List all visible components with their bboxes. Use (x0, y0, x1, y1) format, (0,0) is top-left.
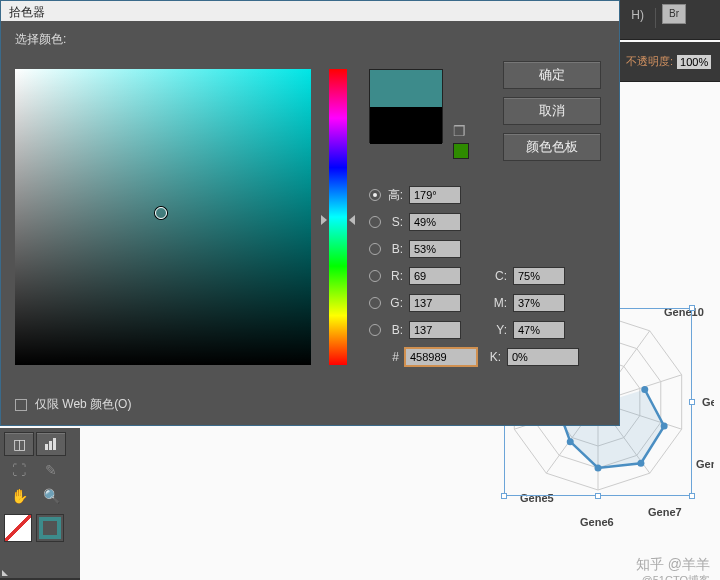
radio-hue[interactable] (369, 189, 381, 201)
svg-text:Gene8: Gene8 (696, 458, 714, 470)
color-swatch-compare (369, 69, 443, 143)
r-input[interactable] (409, 267, 461, 285)
svg-rect-1 (49, 441, 52, 450)
y-input[interactable] (513, 321, 565, 339)
b-label: B: (387, 242, 403, 256)
h-label: 高: (387, 187, 403, 204)
s-label: S: (387, 215, 403, 229)
k-label: K: (487, 350, 501, 364)
websafe-color-swatch[interactable] (453, 143, 469, 159)
host-menu-fragment: H) (631, 8, 644, 22)
color-picker-dialog: 拾色器 选择颜色: ❒ 确定 取消 颜色色板 高: (0, 0, 620, 426)
web-only-label: 仅限 Web 颜色(O) (35, 396, 131, 413)
b2-input[interactable] (409, 321, 461, 339)
hex-input[interactable] (405, 348, 477, 366)
resize-handle[interactable] (689, 399, 695, 405)
sv-marker[interactable] (155, 207, 167, 219)
opacity-label: 不透明度: (626, 54, 673, 69)
opacity-value[interactable]: 100% (677, 55, 711, 69)
toolbar-divider (655, 8, 656, 28)
hex-label: # (369, 350, 399, 364)
swatch-new-color (370, 70, 442, 107)
svg-text:Gene6: Gene6 (580, 516, 614, 528)
c-input[interactable] (513, 267, 565, 285)
s-input[interactable] (409, 213, 461, 231)
svg-rect-2 (53, 438, 56, 450)
tool-crop-icon[interactable]: ◫ (4, 432, 34, 456)
resize-handle[interactable] (689, 305, 695, 311)
radio-r[interactable] (369, 270, 381, 282)
svg-rect-0 (45, 444, 48, 450)
swatch-old-color[interactable] (370, 107, 442, 144)
b-input[interactable] (409, 240, 461, 258)
3d-cube-icon[interactable]: ❒ (453, 123, 466, 139)
svg-text:Gene7: Gene7 (648, 506, 682, 518)
g-input[interactable] (409, 294, 461, 312)
tool-hand-icon[interactable]: ✋ (4, 484, 34, 508)
tool-slice-icon[interactable]: ✎ (36, 458, 66, 482)
resize-handle[interactable] (595, 493, 601, 499)
y-label: Y: (493, 323, 507, 337)
tool-artboard-icon[interactable]: ⛶ (4, 458, 34, 482)
hue-thumb-right (349, 215, 355, 225)
radio-bri[interactable] (369, 243, 381, 255)
resize-handle[interactable] (501, 493, 507, 499)
h-input[interactable] (409, 186, 461, 204)
radio-sat[interactable] (369, 216, 381, 228)
m-input[interactable] (513, 294, 565, 312)
svg-text:Gene9: Gene9 (702, 396, 714, 408)
watermark-source: @51CTO博客 (642, 573, 710, 580)
r-label: R: (387, 269, 403, 283)
toolbox-expand-icon[interactable] (2, 570, 8, 576)
stroke-swatch-none[interactable] (4, 514, 32, 542)
bridge-button[interactable]: Br (662, 4, 686, 24)
saturation-value-field[interactable] (15, 69, 311, 365)
cancel-button[interactable]: 取消 (503, 97, 601, 125)
m-label: M: (493, 296, 507, 310)
k-input[interactable] (507, 348, 579, 366)
hue-thumb-left (321, 215, 327, 225)
watermark: 知乎 @羊羊 (636, 556, 710, 574)
c-label: C: (493, 269, 507, 283)
ok-button[interactable]: 确定 (503, 61, 601, 89)
web-only-checkbox[interactable] (15, 399, 27, 411)
resize-handle[interactable] (689, 493, 695, 499)
dialog-title: 拾色器 (1, 1, 619, 21)
radio-b2[interactable] (369, 324, 381, 336)
hue-slider[interactable] (329, 69, 347, 365)
tool-zoom-icon[interactable]: 🔍 (36, 484, 66, 508)
g-label: G: (387, 296, 403, 310)
b2-label: B: (387, 323, 403, 337)
toolbox: ◫ ⛶ ✎ ✋ 🔍 (0, 428, 80, 580)
tool-chart-icon[interactable] (36, 432, 66, 456)
fill-swatch[interactable] (36, 514, 64, 542)
color-swatches-button[interactable]: 颜色色板 (503, 133, 601, 161)
radio-g[interactable] (369, 297, 381, 309)
select-color-label: 选择颜色: (15, 31, 605, 48)
